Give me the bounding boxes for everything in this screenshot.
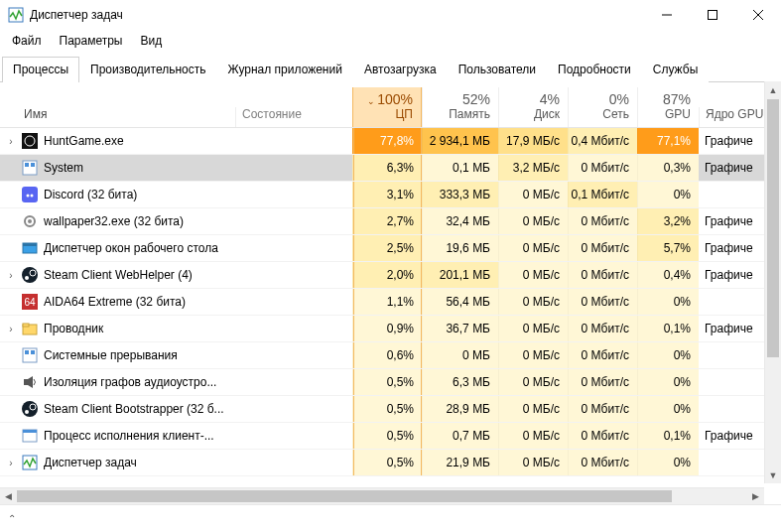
process-row[interactable]: ›Steam Client WebHelper (4)2,0%201,1 МБ0… [0,262,781,289]
cell-net: 0 Мбит/с [568,342,637,368]
process-row[interactable]: Изоляция графов аудиоустро...0,5%6,3 МБ0… [0,369,781,396]
tabstrip: Процессы Производительность Журнал прило… [0,56,781,82]
cell-net: 0,1 Мбит/с [568,182,637,207]
process-row[interactable]: System6,3%0,1 МБ3,2 МБ/с0 Мбит/с0,3%Граф… [0,155,781,182]
process-name-cell: Steam Client Bootstrapper (32 б... [22,396,235,422]
cell-mem: 0 МБ [422,342,498,368]
horizontal-scroll-thumb[interactable] [17,490,672,502]
svg-text:64: 64 [24,297,36,308]
cell-disk: 0 МБ/с [498,289,568,315]
maximize-button[interactable] [690,0,735,30]
header-disk[interactable]: 4% Диск [498,87,568,127]
expand-toggle[interactable]: › [0,262,22,288]
cell-disk: 0 МБ/с [498,316,568,341]
process-name-cell: Discord (32 бита) [22,182,235,207]
process-status [235,423,352,449]
header-cpu[interactable]: ⌄100% ЦП [352,87,422,127]
process-row[interactable]: Диспетчер окон рабочего стола2,5%19,6 МБ… [0,235,781,262]
cell-gpu-core: Графиче [699,208,766,234]
svg-point-31 [25,410,29,414]
cell-gpu-core: Графиче [699,128,766,154]
svg-rect-26 [31,350,35,354]
cell-cpu: 6,3% [352,155,422,181]
tab-performance[interactable]: Производительность [79,57,216,82]
steam-icon [22,267,38,283]
tab-startup[interactable]: Автозагрузка [353,57,448,82]
process-rows: ›HuntGame.exe77,8%2 934,1 МБ17,9 МБ/с0,4… [0,128,781,476]
process-row[interactable]: Процесс исполнения клиент-...0,5%0,7 МБ0… [0,423,781,450]
process-row[interactable]: ›Диспетчер задач0,5%21,9 МБ0 МБ/с0 Мбит/… [0,450,781,476]
cell-gpu-core: Графиче [699,262,766,288]
cell-disk: 0 МБ/с [498,235,568,261]
minimize-button[interactable] [644,0,690,30]
steam-icon [22,401,38,417]
cell-gpu-core [699,289,766,315]
expand-details-icon[interactable]: ⌃ [8,513,16,524]
horizontal-scrollbar[interactable]: ◀ ▶ [0,487,764,504]
cell-mem: 2 934,1 МБ [422,128,498,154]
process-row[interactable]: Системные прерывания0,6%0 МБ0 МБ/с0 Мбит… [0,342,781,369]
cell-gpu-core: Графиче [699,155,766,181]
menu-view[interactable]: Вид [132,32,170,50]
process-name: Steam Client WebHelper (4) [44,268,193,282]
expand-toggle [0,423,22,449]
header-gpu[interactable]: 87% GPU [637,87,699,127]
header-name[interactable]: Имя [22,107,235,127]
process-status [235,155,352,181]
cell-gpu: 3,2% [637,208,699,234]
header-mem-label: Память [427,107,490,121]
expand-toggle [0,289,22,315]
process-name: Процесс исполнения клиент-... [44,429,214,443]
process-name-cell: Системные прерывания [22,342,235,368]
process-row[interactable]: ›HuntGame.exe77,8%2 934,1 МБ17,9 МБ/с0,4… [0,128,781,155]
vertical-scroll-thumb[interactable] [767,99,779,357]
header-network[interactable]: 0% Сеть [568,87,637,127]
process-name-cell: Изоляция графов аудиоустро... [22,369,235,395]
process-name: Проводник [44,322,103,335]
tab-users[interactable]: Пользователи [448,57,547,82]
scroll-right-icon[interactable]: ▶ [747,488,764,505]
tab-apphistory[interactable]: Журнал приложений [217,57,353,82]
process-row[interactable]: ›Проводник0,9%36,7 МБ0 МБ/с0 Мбит/с0,1%Г… [0,316,781,342]
expand-toggle[interactable]: › [0,316,22,341]
header-gpu-core[interactable]: Ядро GPU [699,107,766,127]
header-gpu-label: GPU [642,107,691,121]
cell-cpu: 0,6% [352,342,422,368]
cell-gpu: 0% [637,342,699,368]
cell-net: 0 Мбит/с [568,316,637,341]
header-status[interactable]: Состояние [235,107,352,127]
cell-cpu: 0,9% [352,316,422,341]
expand-toggle [0,235,22,261]
scroll-left-icon[interactable]: ◀ [0,488,17,505]
tab-services[interactable]: Службы [642,57,709,82]
process-row[interactable]: Discord (32 бита)3,1%333,3 МБ0 МБ/с0,1 М… [0,182,781,208]
cell-gpu: 0% [637,289,699,315]
cell-disk: 0 МБ/с [498,450,568,475]
cell-cpu: 3,1% [352,182,422,207]
process-name: Диспетчер окон рабочего стола [44,241,218,255]
menu-options[interactable]: Параметры [52,32,131,50]
system-icon [22,347,38,363]
tab-processes[interactable]: Процессы [2,57,79,82]
process-name: wallpaper32.exe (32 бита) [44,214,184,228]
process-row[interactable]: 64AIDA64 Extreme (32 бита)1,1%56,4 МБ0 М… [0,289,781,316]
expand-toggle[interactable]: › [0,128,22,154]
scroll-up-icon[interactable]: ▲ [765,81,781,98]
header-memory[interactable]: 52% Память [422,87,498,127]
audio-icon [22,374,38,390]
cse-icon [22,428,38,444]
close-button[interactable] [735,0,781,30]
menu-file[interactable]: Файл [4,32,50,50]
process-name: Steam Client Bootstrapper (32 б... [44,402,224,416]
tab-details[interactable]: Подробности [547,57,642,82]
process-row[interactable]: wallpaper32.exe (32 бита)2,7%32,4 МБ0 МБ… [0,208,781,235]
process-name-cell: Процесс исполнения клиент-... [22,423,235,449]
process-name-cell: HuntGame.exe [22,128,235,154]
vertical-scrollbar[interactable]: ▲ ▼ [764,81,781,483]
process-row[interactable]: Steam Client Bootstrapper (32 б...0,5%28… [0,396,781,423]
cell-disk: 0 МБ/с [498,182,568,207]
expand-toggle[interactable]: › [0,450,22,475]
scroll-down-icon[interactable]: ▼ [765,466,781,483]
cell-disk: 0 МБ/с [498,396,568,422]
svg-rect-5 [22,133,38,149]
